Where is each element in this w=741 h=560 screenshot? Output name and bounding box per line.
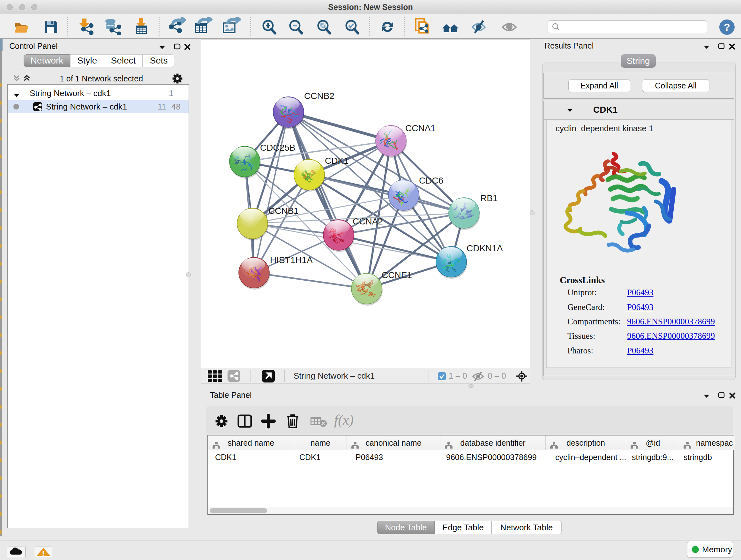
- svg-text:CDC25B: CDC25B: [260, 143, 295, 152]
- svg-text:CCNE1: CCNE1: [382, 270, 412, 280]
- svg-text:CCNA1: CCNA1: [405, 123, 435, 133]
- svg-text:CDC6: CDC6: [419, 176, 443, 186]
- svg-text:CCNB2: CCNB2: [304, 91, 334, 101]
- svg-text:RB1: RB1: [480, 193, 497, 203]
- svg-text:HIST1H1A: HIST1H1A: [270, 255, 313, 265]
- svg-text:CDK1: CDK1: [325, 156, 349, 166]
- svg-text:CCNB1: CCNB1: [268, 206, 299, 216]
- svg-text:CCNA2: CCNA2: [353, 216, 383, 226]
- svg-text:CDKN1A: CDKN1A: [467, 243, 503, 253]
